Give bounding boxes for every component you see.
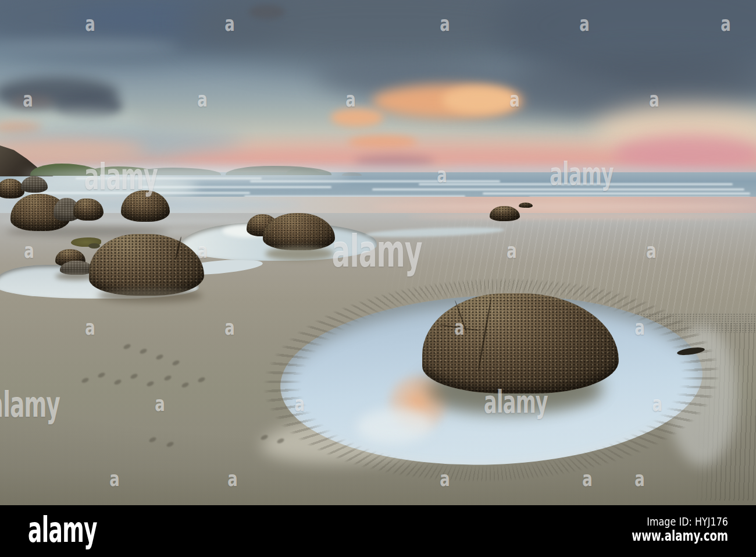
surf-line xyxy=(419,183,733,185)
surf-line xyxy=(372,189,744,190)
cloud-small-dark xyxy=(249,5,285,19)
boulder-crack xyxy=(174,236,182,260)
seaweed-bit xyxy=(88,243,100,249)
alamy-url-text: www.alamy.com xyxy=(632,528,728,544)
beach-photo: aaaaaaaaaaaaaaaaaaaaaaaaaaaalamyalamyala… xyxy=(0,0,756,505)
footer-bar: alamy Image ID: HYJ176 www.alamy.com xyxy=(0,505,756,557)
cloud-brownish-bit xyxy=(10,95,54,110)
surf-line xyxy=(140,186,331,188)
boulder-crack xyxy=(477,297,493,372)
sea-mist xyxy=(23,169,349,182)
cloud-golden-2 xyxy=(442,86,518,114)
boulder-crack xyxy=(438,324,480,331)
footer-meta: Image ID: HYJ176 www.alamy.com xyxy=(601,515,728,544)
cloud-orange-puff xyxy=(330,108,384,127)
surf-line xyxy=(483,193,750,194)
alamy-logo: alamy xyxy=(28,509,97,551)
boulder-reflection xyxy=(98,289,202,303)
stock-photo-page: aaaaaaaaaaaaaaaaaaaaaaaaaaaalamyalamyala… xyxy=(0,0,756,557)
image-id-text: Image ID: HYJ176 xyxy=(627,515,728,528)
wet-pink-streak xyxy=(372,204,756,210)
rock-tiny xyxy=(519,203,533,208)
boulder-reflection xyxy=(265,247,334,261)
